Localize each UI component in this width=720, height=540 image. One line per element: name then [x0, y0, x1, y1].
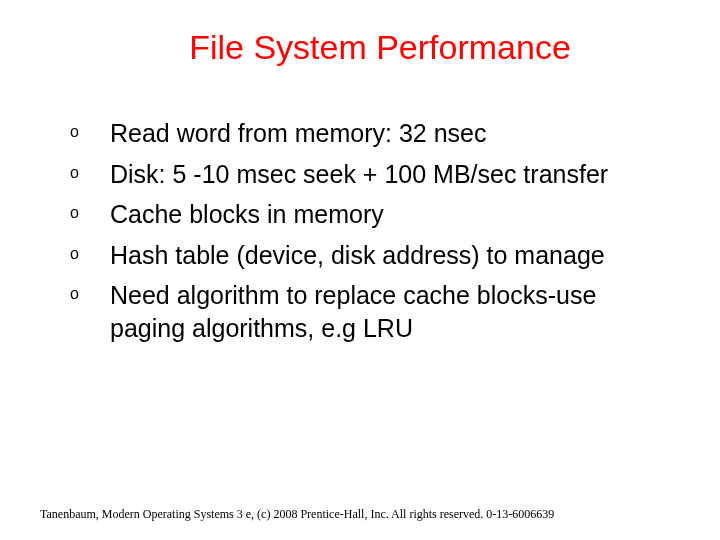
bullet-icon: o: [70, 245, 82, 263]
slide: File System Performance o Read word from…: [0, 0, 720, 540]
bullet-text: Hash table (device, disk address) to man…: [110, 239, 660, 272]
bullet-text: Read word from memory: 32 nsec: [110, 117, 660, 150]
bullet-icon: o: [70, 204, 82, 222]
list-item: o Read word from memory: 32 nsec: [70, 117, 660, 150]
bullet-text: Disk: 5 -10 msec seek + 100 MB/sec trans…: [110, 158, 660, 191]
bullet-text: Cache blocks in memory: [110, 198, 660, 231]
bullet-icon: o: [70, 164, 82, 182]
bullet-list: o Read word from memory: 32 nsec o Disk:…: [70, 117, 660, 344]
footer-text: Tanenbaum, Modern Operating Systems 3 e,…: [40, 507, 680, 522]
bullet-text: Need algorithm to replace cache blocks-u…: [110, 279, 660, 344]
list-item: o Cache blocks in memory: [70, 198, 660, 231]
slide-title: File System Performance: [80, 28, 680, 67]
list-item: o Disk: 5 -10 msec seek + 100 MB/sec tra…: [70, 158, 660, 191]
list-item: o Need algorithm to replace cache blocks…: [70, 279, 660, 344]
list-item: o Hash table (device, disk address) to m…: [70, 239, 660, 272]
bullet-icon: o: [70, 285, 82, 303]
bullet-icon: o: [70, 123, 82, 141]
